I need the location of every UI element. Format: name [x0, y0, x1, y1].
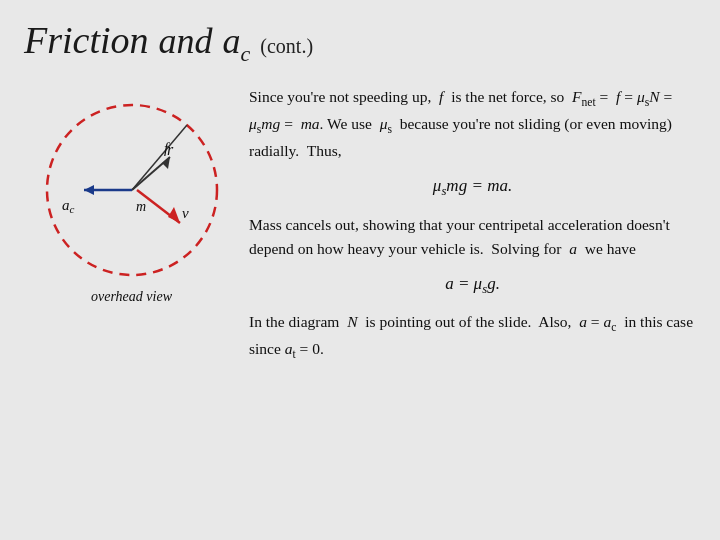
svg-marker-10	[168, 207, 180, 223]
para2: Mass cancels out, showing that your cent…	[249, 213, 696, 261]
formula2: a = μsg.	[249, 271, 696, 300]
title-friction: Friction	[24, 18, 149, 62]
title-and: and	[159, 20, 213, 62]
formula1: μsmg = ma.	[249, 173, 696, 202]
svg-line-1	[132, 125, 187, 190]
diagram-container: r f ac v	[32, 85, 232, 285]
content-area: r f ac v	[24, 85, 696, 374]
para3: In the diagram N is pointing out of the …	[249, 310, 696, 364]
svg-text:v: v	[182, 205, 189, 221]
title-cont: (cont.)	[260, 35, 313, 58]
title-ac: ac	[223, 20, 251, 67]
svg-text:m: m	[136, 199, 146, 214]
left-panel: r f ac v	[24, 85, 239, 374]
svg-marker-7	[84, 185, 94, 195]
svg-text:ac: ac	[62, 197, 75, 215]
right-panel: Since you're not speeding up, f is the n…	[249, 85, 696, 374]
diagram-svg: r f ac v	[32, 85, 232, 285]
svg-marker-4	[162, 157, 170, 169]
slide: Friction and ac (cont.) r	[0, 0, 720, 540]
para1: Since you're not speeding up, f is the n…	[249, 85, 696, 163]
overhead-label: overhead view	[91, 289, 172, 305]
slide-title: Friction and ac (cont.)	[24, 18, 696, 67]
